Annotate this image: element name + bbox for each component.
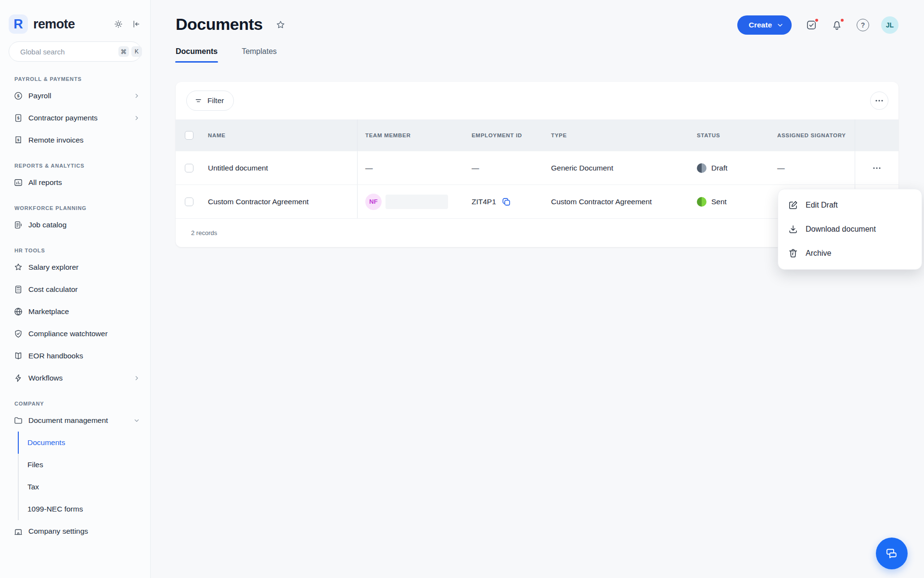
header-actions: Create ? JL (737, 15, 898, 35)
column-header-assigned-signatory: ASSIGNED SIGNATORY (770, 119, 855, 151)
ellipsis-icon (872, 163, 882, 173)
svg-text:$: $ (17, 93, 20, 98)
row-checkbox[interactable] (185, 164, 193, 172)
table-row[interactable]: Untitled document — — Generic Document D… (176, 151, 898, 184)
row-actions-button[interactable] (855, 151, 898, 184)
status-badge: Draft (697, 163, 728, 173)
folder-icon (13, 416, 23, 425)
favorite-star-icon[interactable] (275, 20, 286, 30)
section-reports-analytics: REPORTS & ANALYTICS (0, 151, 150, 171)
menu-item-archive[interactable]: Archive (778, 241, 922, 265)
section-payroll-payments: PAYROLL & PAYMENTS (0, 65, 150, 85)
chevron-right-icon (133, 114, 141, 122)
chevron-right-icon (133, 92, 141, 100)
notification-dot (814, 18, 819, 23)
cell-name: Custom Contractor Agreement (202, 185, 358, 218)
remote-logo-icon: R (9, 14, 28, 34)
create-button[interactable]: Create (737, 15, 792, 35)
globe-icon (13, 307, 23, 316)
logo-row: R remote (0, 0, 150, 35)
notifications-button[interactable] (831, 19, 843, 31)
sidebar-nav: PAYROLL & PAYMENTS $ Payroll $ Contracto… (0, 62, 150, 542)
calculator-icon (13, 285, 23, 294)
filter-button[interactable]: Filter (186, 91, 234, 111)
chevron-down-icon (776, 21, 784, 29)
k-key-badge: K (131, 46, 142, 57)
subnav-item-tax[interactable]: Tax (18, 476, 150, 498)
status-sent-dot (697, 197, 706, 207)
collapse-sidebar-icon[interactable] (131, 19, 141, 29)
subnav-item-documents[interactable]: Documents (18, 432, 150, 454)
tasks-button[interactable] (806, 19, 817, 31)
sidebar-item-payroll[interactable]: $ Payroll (0, 85, 150, 107)
column-header-status: STATUS (689, 119, 770, 151)
sidebar-item-workflows[interactable]: Workflows (0, 367, 150, 389)
brand-wordmark: remote (33, 17, 75, 32)
table-header-row: NAME TEAM MEMBER EMPLOYMENT ID TYPE STAT… (176, 119, 898, 151)
sidebar-item-remote-invoices[interactable]: $ Remote invoices (0, 129, 150, 151)
job-catalog-icon (13, 220, 23, 230)
bar-chart-icon (13, 178, 23, 187)
invoice-icon: $ (13, 135, 23, 145)
help-button[interactable]: ? (857, 19, 869, 31)
user-avatar[interactable]: JL (881, 16, 898, 34)
star-icon (13, 263, 23, 272)
sidebar-item-job-catalog[interactable]: Job catalog (0, 214, 150, 236)
cell-employment-id: — (464, 151, 543, 184)
column-header-type: TYPE (543, 119, 689, 151)
cell-employment-id: ZIT4P1 (464, 185, 543, 218)
row-checkbox[interactable] (185, 197, 193, 206)
sidebar: R remote ⌘ K PAYROLL & PAYMENTS $ Payrol… (0, 0, 151, 578)
subnav-item-1099-nec-forms[interactable]: 1099-NEC forms (18, 498, 150, 520)
book-icon (13, 351, 23, 361)
column-header-team-member: TEAM MEMBER (358, 119, 464, 151)
sidebar-item-contractor-payments[interactable]: $ Contractor payments (0, 107, 150, 129)
tab-bar: Documents Templates (176, 47, 898, 63)
dollar-circle-icon: $ (13, 91, 23, 101)
column-header-employment-id: EMPLOYMENT ID (464, 119, 543, 151)
svg-text:$: $ (17, 116, 20, 120)
notification-dot (840, 18, 845, 23)
status-draft-dot (697, 163, 706, 173)
select-all-checkbox[interactable] (185, 131, 193, 140)
menu-item-edit-draft[interactable]: Edit Draft (778, 193, 922, 217)
subnav-item-files[interactable]: Files (18, 454, 150, 476)
cell-team-member: NF (358, 185, 464, 218)
menu-item-download-document[interactable]: Download document (778, 217, 922, 241)
tab-documents[interactable]: Documents (176, 47, 218, 63)
sidebar-item-all-reports[interactable]: All reports (0, 171, 150, 194)
sidebar-item-document-management[interactable]: Document management (0, 409, 150, 432)
svg-text:$: $ (17, 138, 20, 142)
sidebar-item-eor-handbooks[interactable]: EOR handbooks (0, 345, 150, 367)
cmd-key-badge: ⌘ (118, 46, 129, 57)
sidebar-item-marketplace[interactable]: Marketplace (0, 301, 150, 323)
tab-templates[interactable]: Templates (242, 47, 277, 63)
redacted-name (385, 195, 448, 209)
team-member-avatar: NF (365, 194, 382, 210)
trash-icon (788, 248, 798, 259)
section-hr-tools: HR TOOLS (0, 236, 150, 256)
edit-icon (788, 200, 798, 210)
sidebar-item-cost-calculator[interactable]: Cost calculator (0, 278, 150, 301)
chevron-right-icon (133, 374, 141, 382)
sidebar-item-salary-explorer[interactable]: Salary explorer (0, 256, 150, 278)
row-context-menu: Edit Draft Download document Archive (778, 189, 922, 270)
column-header-name: NAME (202, 119, 358, 151)
cell-assigned-signatory: — (770, 151, 855, 184)
section-workforce-planning: WORKFORCE PLANNING (0, 194, 150, 214)
active-tab-underline (175, 61, 218, 63)
search-input[interactable] (20, 48, 116, 56)
workflow-bolt-icon (13, 373, 23, 383)
copy-icon[interactable] (501, 197, 512, 207)
section-company: COMPANY (0, 389, 150, 409)
status-badge: Sent (697, 197, 727, 207)
table-options-button[interactable] (870, 92, 888, 110)
chat-button[interactable] (876, 538, 908, 569)
theme-sun-icon[interactable] (114, 19, 123, 29)
sidebar-item-compliance-watchtower[interactable]: Compliance watchtower (0, 323, 150, 345)
sidebar-item-company-settings[interactable]: Company settings (0, 520, 150, 542)
shield-check-icon (13, 329, 23, 339)
page-title: Documents (176, 15, 263, 34)
cell-team-member: — (358, 151, 464, 184)
global-search[interactable]: ⌘ K (9, 41, 141, 62)
